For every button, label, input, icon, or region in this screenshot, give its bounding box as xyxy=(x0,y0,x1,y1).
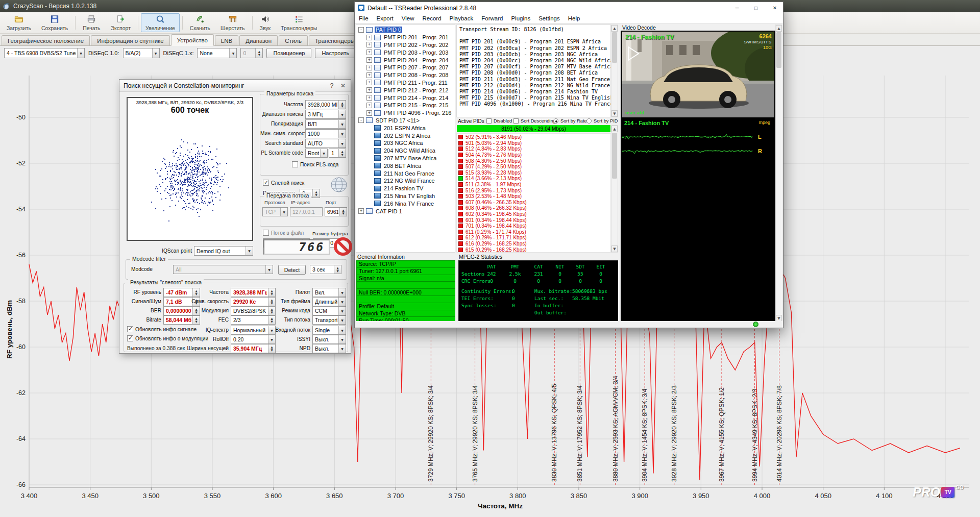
sort-by-rate-radio[interactable]: Sort by Rate xyxy=(553,118,587,124)
diseqc1x-select[interactable]: None▼ xyxy=(197,48,237,58)
tree-item[interactable]: 215 Nina TV English xyxy=(356,192,455,200)
expand-icon[interactable]: + xyxy=(366,72,372,78)
tree-item[interactable]: 202 ESPN 2 Africa xyxy=(356,132,455,139)
frame-type-select[interactable]: Длинный▼ xyxy=(312,297,346,306)
stop-button[interactable] xyxy=(334,237,352,256)
spinner-arrows-icon[interactable]: ▲▼ xyxy=(255,48,262,58)
pl-scramble-mode-select[interactable]: Root▼ xyxy=(305,149,328,158)
range-select[interactable]: 3 МГц▼ xyxy=(305,110,346,119)
close-button[interactable]: ✕ xyxy=(767,2,783,14)
issyi-select[interactable]: Выкл.▼ xyxy=(312,335,346,344)
tab-satellite-info[interactable]: Информация о спутнике xyxy=(91,35,170,45)
carrier-width-value[interactable]: 35,904 МГц▲▼ xyxy=(231,344,276,353)
tab-device[interactable]: Устройство xyxy=(171,34,214,46)
pid-row[interactable]: 515 (3.93% - 2.28 Mbps) xyxy=(457,170,610,176)
save-button[interactable]: Сохранить xyxy=(37,13,72,32)
expand-icon[interactable]: + xyxy=(366,110,372,116)
detect-button[interactable]: Detect xyxy=(278,265,306,275)
maximize-button[interactable]: □ xyxy=(748,2,764,14)
expand-icon[interactable]: + xyxy=(366,103,372,108)
pilot-select[interactable]: Вкл.▼ xyxy=(312,288,346,297)
tree-item[interactable]: +CAT PID 1 xyxy=(356,207,455,215)
positioner-button[interactable]: Позиционер xyxy=(266,48,311,58)
dialog-titlebar[interactable]: Поиск несущей и Constellation-мониторинг… xyxy=(119,80,351,92)
pl-scramble-value[interactable]: 1▲▼ xyxy=(329,149,346,158)
pid-row[interactable]: 507 (4.29% - 2.50 Mbps) xyxy=(457,164,610,170)
detect-interval-stepper[interactable]: 3 сек▲▼ xyxy=(310,265,341,274)
export-button[interactable]: Экспорт xyxy=(106,13,135,32)
menu-record[interactable]: Record xyxy=(419,14,446,22)
iq-spectrum-select[interactable]: Нормальный▼ xyxy=(231,326,276,335)
tree-item[interactable]: +PMT PID 4096 - Progr. 216 xyxy=(356,109,455,117)
menu-forward[interactable]: Forward xyxy=(477,14,507,22)
scroll-down-icon[interactable]: ▼ xyxy=(611,245,618,252)
tree-item[interactable]: +PMT PID 208 - Progr. 208 xyxy=(356,71,455,79)
tab-transponders[interactable]: Транспондеры xyxy=(309,35,361,45)
menu-plugins[interactable]: Plugins xyxy=(507,14,534,22)
expand-icon[interactable]: + xyxy=(366,65,372,70)
tree-item[interactable]: +PMT PID 211 - Progr. 211 xyxy=(356,79,455,87)
pid-row[interactable]: 516 (2.95% - 1.73 Mbps) xyxy=(457,187,610,193)
expand-icon[interactable]: + xyxy=(366,95,372,101)
blind-search-checkbox[interactable]: Слепой поиск xyxy=(263,180,304,186)
expand-icon[interactable]: - xyxy=(358,117,364,123)
transponders-button[interactable]: Транспондеры xyxy=(276,13,322,32)
tree-item[interactable]: +PMT PID 201 - Progr. 201 xyxy=(356,34,455,41)
pid-row[interactable]: 511 (3.38% - 1.97 Mbps) xyxy=(457,182,610,188)
modulation-value[interactable]: DVBS2/8PSK▲▼ xyxy=(231,306,276,315)
stream-to-file-checkbox[interactable]: Поток в файл xyxy=(263,230,304,236)
chevron-down-icon[interactable]: ▼ xyxy=(229,48,236,58)
help-button[interactable]: ? xyxy=(326,81,337,91)
sound-button[interactable]: Звук xyxy=(255,13,276,32)
pid-row[interactable]: 501 (5.03% - 2.94 Mbps) xyxy=(457,140,610,146)
port-stepper[interactable]: 6961▲▼ xyxy=(325,207,347,216)
tree-item[interactable]: 208 BET Africa xyxy=(356,162,455,169)
pid-row[interactable]: 611 (0.29% - 171.74 Kbps) xyxy=(457,229,610,235)
npd-select[interactable]: Выкл.▼ xyxy=(312,344,346,353)
pid-scrollbar[interactable]: ▲ ▼ xyxy=(611,125,618,253)
iqscan-select[interactable]: Demod IQ out▼ xyxy=(194,246,253,256)
tree-item[interactable]: +PMT PID 203 - Progr. 203 xyxy=(356,48,455,56)
menu-view[interactable]: View xyxy=(398,14,419,22)
code-mode-select[interactable]: CCM▼ xyxy=(312,306,346,315)
tab-lnb[interactable]: LNB xyxy=(215,35,238,45)
pid-row[interactable]: 502 (5.91% - 3.46 Mbps) xyxy=(457,134,610,140)
tab-geo[interactable]: Географическое положение xyxy=(2,35,90,45)
tree-item[interactable]: 211 Nat Geo France xyxy=(356,169,455,177)
diseqc10-select[interactable]: B/A(2)▼ xyxy=(123,48,160,58)
tree-item[interactable]: +PMT PID 202 - Progr. 202 xyxy=(356,41,455,49)
expand-icon[interactable]: - xyxy=(358,27,364,33)
close-button[interactable]: ✕ xyxy=(337,81,349,91)
modcode-select[interactable]: All▼ xyxy=(173,265,273,274)
expand-icon[interactable]: + xyxy=(358,208,364,214)
tree-item[interactable]: 207 MTV Base Africa xyxy=(356,155,455,162)
rolloff-select[interactable]: 0.20▼ xyxy=(231,335,276,344)
result-frequency-value[interactable]: 3928,388 МГц▲▼ xyxy=(231,288,276,297)
tree-item[interactable]: +PMT PID 214 - Progr. 214 xyxy=(356,94,455,102)
pid-row[interactable]: 514 (3.66% - 2.13 Mbps) xyxy=(457,176,610,182)
main-scrollbar[interactable]: ▲ ▼ xyxy=(775,24,782,322)
tab-range[interactable]: Диапазон xyxy=(239,35,278,45)
expand-icon[interactable]: + xyxy=(366,50,372,55)
pid-row[interactable]: 504 (4.73% - 2.76 Mbps) xyxy=(457,152,610,158)
tree-item[interactable]: -SDT PID 17 <11> xyxy=(356,117,455,125)
pid-row[interactable]: 701 (0.34% - 198.44 Kbps) xyxy=(457,223,610,229)
minimize-button[interactable]: ─ xyxy=(729,2,745,14)
protocol-select[interactable]: TCP▼ xyxy=(262,207,288,216)
tuner-select[interactable]: 4 - TBS 6908 DVBS/S2 Tuner 3▼ xyxy=(4,48,85,58)
pid-row[interactable]: 616 (0.29% - 168.25 Kbps) xyxy=(457,241,610,247)
ip-field[interactable]: 127.0.0.1 xyxy=(290,207,323,216)
tree-item[interactable]: 214 Fashion TV xyxy=(356,185,455,192)
tree-item[interactable]: 212 NG Wild France xyxy=(356,177,455,185)
configure-button[interactable]: Настроить xyxy=(315,48,356,58)
scroll-up-icon[interactable]: ▲ xyxy=(611,126,618,132)
pid-row[interactable]: 615 (0.29% - 168.25 Kbps) xyxy=(457,247,610,253)
sort-descending-checkbox[interactable]: Sort Descending xyxy=(513,118,556,124)
comb-button[interactable]: Шерстить xyxy=(216,13,250,32)
pid-row[interactable]: 602 (0.34% - 198.45 Kbps) xyxy=(457,211,610,217)
tab-style[interactable]: Стиль xyxy=(279,35,308,45)
tree-item[interactable]: +PMT PID 212 - Progr. 212 xyxy=(356,86,455,94)
pid-row[interactable]: 607 (0.46% - 266.35 Kbps) xyxy=(457,200,610,206)
pid-row[interactable]: 612 (0.29% - 171.71 Kbps) xyxy=(457,235,610,241)
expand-icon[interactable]: + xyxy=(366,57,372,63)
